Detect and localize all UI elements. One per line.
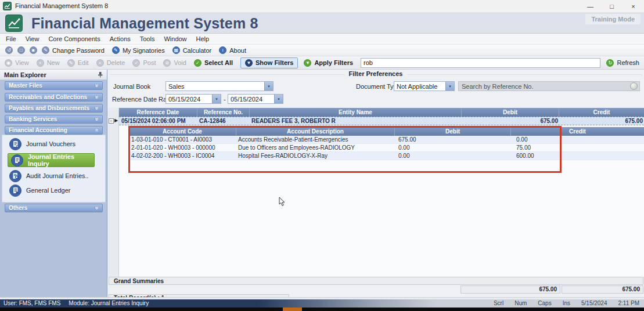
entry-row[interactable]: 4-02-02-200 - WH0003 - IC0004 Hospital F… <box>129 152 644 160</box>
change-password-button[interactable]: ✎ Change Password <box>42 46 105 54</box>
status-module: Module: Journal Entries Inquiry <box>69 300 149 306</box>
record-toolbar: ◉View +New ✎Edit ×Delete ✓Post ⊘Void ✓ S… <box>0 56 644 70</box>
mouse-cursor-icon <box>279 197 286 207</box>
column-header-reference-date[interactable]: Reference Date <box>119 108 197 117</box>
menu-help[interactable]: Help <box>196 35 210 42</box>
select-all-button[interactable]: ✓ Select All <box>194 59 233 67</box>
sidebar-section-banking[interactable]: Banking Services » <box>5 115 103 124</box>
sidebar-section-receivables[interactable]: Receivables and Collections » <box>5 93 103 102</box>
search-go-icon[interactable] <box>630 82 638 90</box>
grand-total-credit: 675.00 <box>562 285 643 294</box>
date-from-value: 05/15/2024 <box>168 96 200 103</box>
workspace-button[interactable]: ■ <box>30 46 37 54</box>
dropdown-arrow-icon[interactable]: ▼ <box>274 95 283 103</box>
status-caps-lock: Caps <box>538 300 551 306</box>
close-button[interactable]: × <box>623 0 644 13</box>
show-filters-button[interactable]: ▼ Show Filters <box>240 57 298 68</box>
journal-book-select[interactable]: Sales ▼ <box>166 81 274 91</box>
minimize-button[interactable]: — <box>580 0 601 13</box>
entry-credit: 0.00 <box>516 136 527 143</box>
filter-preferences-title: Filter Preferences <box>107 70 644 77</box>
app-header: Financial Management System 8 Training M… <box>0 13 644 34</box>
quick-search-input[interactable] <box>361 58 600 68</box>
pin-icon[interactable] <box>98 71 103 78</box>
dropdown-arrow-icon[interactable]: ▼ <box>264 82 273 91</box>
date-to-picker[interactable]: 05/15/2024 ▼ <box>228 94 283 104</box>
sidebar-section-payables[interactable]: Payables and Disbursements » <box>5 104 103 113</box>
sidebar-item-journal-vouchers[interactable]: Journal Vouchers <box>3 137 104 151</box>
column-header-entity-name[interactable]: Entity Name <box>250 108 462 117</box>
view-record-button: ◉View <box>5 59 29 67</box>
menu-actions[interactable]: Actions <box>110 35 131 42</box>
subcolumn-header-account-code[interactable]: Account Code <box>129 127 236 136</box>
calculator-button[interactable]: ▦ Calculator <box>172 46 212 54</box>
sidebar-item-journal-entries-inquiry[interactable]: Journal Entries Inquiry <box>8 153 95 167</box>
new-label: New <box>47 59 60 66</box>
refresh-button[interactable]: ↻ Refresh <box>606 59 639 67</box>
menu-view[interactable]: View <box>26 35 39 42</box>
my-signatories-button[interactable]: ✎ My Signatories <box>112 46 165 54</box>
about-button[interactable]: i About <box>219 46 246 54</box>
current-row-arrow-icon: ▶ <box>114 118 118 123</box>
calculator-icon: ▦ <box>172 46 180 54</box>
reference-search-input[interactable] <box>462 83 630 90</box>
section-label: Others <box>9 205 27 211</box>
new-record-button: +New <box>37 59 60 67</box>
document-type-select[interactable]: Not Applicable ▼ <box>394 81 455 91</box>
row-collapse-toggle[interactable]: − <box>109 118 114 124</box>
status-scroll-lock: Scrl <box>494 300 503 306</box>
date-from-picker[interactable]: 05/15/2024 ▼ <box>166 94 221 104</box>
maximize-button[interactable]: □ <box>601 0 623 13</box>
sidebar-item-audit-journal-entries[interactable]: Audit Journal Entries.. <box>3 169 104 183</box>
main-explorer-header: Main Explorer <box>0 70 107 80</box>
dropdown-arrow-icon[interactable]: ▼ <box>212 95 221 103</box>
app-logo-large-icon <box>5 15 23 32</box>
row-reference-date: 05/15/2024 02:06:00 PM <box>121 118 186 124</box>
sidebar-section-master-files[interactable]: Master Files » <box>5 81 103 90</box>
menu-file[interactable]: File <box>6 35 16 42</box>
apply-filters-label: Apply Filters <box>314 59 353 66</box>
menu-bar: File View Core Components Actions Tools … <box>0 34 644 45</box>
edit-label: Edit <box>78 59 89 66</box>
menu-tools[interactable]: Tools <box>140 35 155 42</box>
apply-filters-button[interactable]: ▼ Apply Filters <box>304 59 353 67</box>
row-credit: 675.00 <box>560 118 643 124</box>
sidebar-item-general-ledger[interactable]: General Ledger <box>3 183 104 197</box>
pencil-icon: ✎ <box>67 59 75 67</box>
row-indicator-gutter <box>107 108 119 277</box>
column-header-debit[interactable]: Debit <box>462 108 559 117</box>
entry-row[interactable]: 2-01-01-020 - WH0003 - 000000 Due to Off… <box>129 144 644 152</box>
menu-window[interactable]: Window <box>164 35 186 42</box>
entry-row[interactable]: 1-03-01-010 - CT0001 - AI0003 Accounts R… <box>129 136 644 144</box>
row-reference-no: CA-12846 <box>199 118 226 124</box>
change-password-label: Change Password <box>52 47 105 54</box>
subcolumn-header-debit[interactable]: Debit <box>395 127 511 136</box>
chevron-down-icon: » <box>94 107 100 110</box>
lock-button[interactable]: □ <box>17 46 25 54</box>
void-icon: ⊘ <box>163 59 171 67</box>
date-to-value: 05/15/2024 <box>231 96 262 103</box>
journal-row[interactable]: 05/15/2024 02:06:00 PM CA-12846 READERS … <box>119 117 644 125</box>
subcolumn-header-account-description[interactable]: Account Description <box>236 127 395 136</box>
sidebar-section-financial-accounting[interactable]: Financial Accounting » <box>5 126 103 135</box>
entry-credit: 75.00 <box>516 144 531 151</box>
menu-core-components[interactable]: Core Components <box>48 35 100 42</box>
window-controls: — □ × <box>580 0 644 13</box>
sidebar-item-label: Journal Vouchers <box>26 140 75 147</box>
status-bar: User: FMS, FMS FMS Module: Journal Entri… <box>0 299 644 308</box>
column-header-credit[interactable]: Credit <box>559 108 644 117</box>
my-signatories-label: My Signatories <box>123 47 165 54</box>
status-user: User: FMS, FMS FMS <box>3 300 60 306</box>
session-button[interactable]: ↺ <box>5 46 13 54</box>
dropdown-arrow-icon[interactable]: ▼ <box>445 82 454 91</box>
column-header-reference-no[interactable]: Reference No. <box>197 108 250 117</box>
chevron-down-icon: » <box>94 118 100 121</box>
sidebar-section-others[interactable]: Others » <box>5 204 103 212</box>
main-explorer-panel: Main Explorer Master Files » Receivables… <box>0 70 107 297</box>
apply-filters-funnel-icon: ▼ <box>304 59 311 67</box>
section-label: Receivables and Collections <box>9 94 87 100</box>
chevron-up-icon: » <box>94 129 100 132</box>
subcolumn-header-credit[interactable]: Credit <box>511 127 644 136</box>
status-insert: Ins <box>563 300 570 306</box>
status-num-lock: Num <box>515 300 527 306</box>
